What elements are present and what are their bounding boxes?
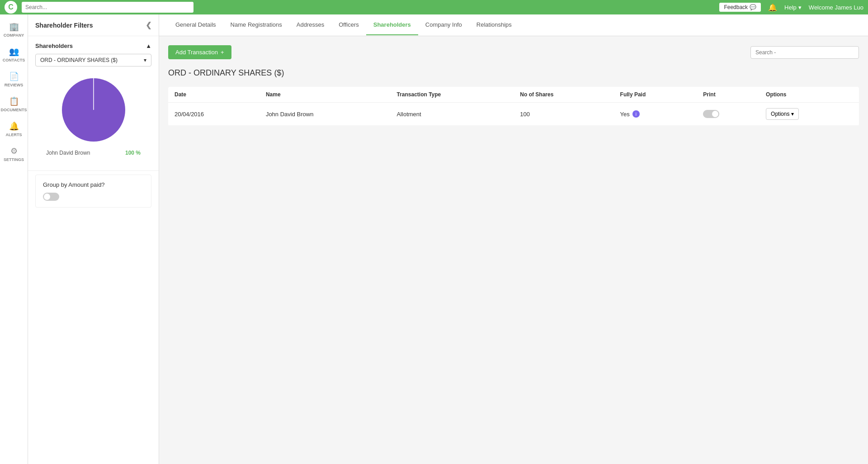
cell-no-of-shares: 100	[514, 103, 613, 126]
alerts-icon: 🔔	[9, 121, 19, 131]
filter-panel-header: Shareholder Filters ❮	[28, 14, 159, 36]
welcome-text: Welcome James Luo	[809, 4, 863, 11]
fully-paid-cell: Yes i	[620, 110, 691, 118]
main-layout: 🏢 COMPANY 👥 CONTACTS 📄 REVIEWS 📋 DOCUMEN…	[0, 14, 868, 464]
col-header-fully-paid: Fully Paid	[614, 87, 697, 103]
shareholders-search-input[interactable]	[750, 46, 859, 59]
contacts-icon: 👥	[9, 47, 19, 57]
sidebar-label-documents: DOCUMENTS	[1, 108, 27, 112]
shareholders-filter-header: Shareholders ▲	[35, 43, 151, 49]
col-header-no-of-shares: No of Shares	[514, 87, 613, 103]
fully-paid-info-icon[interactable]: i	[632, 110, 640, 118]
options-chevron-icon: ▾	[791, 111, 794, 117]
sidebar: 🏢 COMPANY 👥 CONTACTS 📄 REVIEWS 📋 DOCUMEN…	[0, 14, 28, 464]
sidebar-item-documents[interactable]: 📋 DOCUMENTS	[0, 93, 28, 116]
feedback-chat-icon: 💬	[750, 4, 756, 10]
pie-legend-name: John David Brown	[46, 150, 90, 156]
content-area: General Details Name Registrations Addre…	[159, 14, 868, 464]
topbar-right: Feedback 💬 🔔 Help ▾ Welcome James Luo	[719, 3, 863, 12]
table-row: 20/04/2016 John David Brown Allotment 10…	[168, 103, 859, 126]
pie-legend: John David Brown 100 %	[42, 150, 144, 156]
pie-chart-container: John David Brown 100 %	[35, 66, 151, 163]
shareholders-table: Date Name Transaction Type No of Shares …	[168, 87, 859, 126]
group-by-section: Group by Amount paid?	[35, 175, 151, 208]
tab-relationships[interactable]: Relationships	[469, 15, 519, 35]
share-class-dropdown[interactable]: ORD - ORDINARY SHARES ($) ▾	[35, 54, 151, 66]
cell-fully-paid: Yes i	[614, 103, 697, 126]
tab-name-registrations[interactable]: Name Registrations	[223, 15, 289, 35]
company-icon: 🏢	[9, 22, 19, 32]
action-bar: Add Transaction +	[168, 45, 859, 59]
notifications-bell-icon[interactable]: 🔔	[768, 3, 777, 12]
tab-general-details[interactable]: General Details	[168, 15, 223, 35]
group-by-toggle[interactable]	[43, 193, 59, 201]
fully-paid-value: Yes	[620, 111, 630, 118]
options-button-label: Options	[771, 111, 789, 117]
tabs-bar: General Details Name Registrations Addre…	[159, 14, 868, 36]
pie-chart	[57, 74, 130, 146]
content-body: Add Transaction + ORD - ORDINARY SHARES …	[159, 36, 868, 464]
cell-name: John David Brown	[259, 103, 391, 126]
settings-icon: ⚙	[10, 146, 18, 156]
filter-panel: Shareholder Filters ❮ Shareholders ▲ ORD…	[28, 14, 159, 464]
help-chevron-icon: ▾	[798, 4, 802, 11]
global-search-input[interactable]	[22, 2, 193, 13]
cell-print	[697, 103, 760, 126]
sidebar-item-alerts[interactable]: 🔔 ALERTS	[0, 118, 28, 141]
tab-officers[interactable]: Officers	[331, 15, 366, 35]
share-class-dropdown-value: ORD - ORDINARY SHARES ($)	[40, 57, 118, 63]
shareholders-filter-label: Shareholders	[35, 43, 73, 49]
col-header-options: Options	[760, 87, 859, 103]
pie-legend-percent: 100 %	[125, 150, 141, 156]
tab-company-info[interactable]: Company Info	[418, 15, 469, 35]
sidebar-label-settings: SETTINGS	[4, 157, 24, 162]
group-by-label: Group by Amount paid?	[43, 181, 144, 188]
cell-transaction-type: Allotment	[390, 103, 514, 126]
sidebar-item-reviews[interactable]: 📄 REVIEWS	[0, 68, 28, 91]
sidebar-item-company[interactable]: 🏢 COMPANY	[0, 18, 28, 41]
add-transaction-plus-icon: +	[221, 49, 224, 56]
cell-options: Options ▾	[760, 103, 859, 126]
add-transaction-button[interactable]: Add Transaction +	[168, 45, 231, 59]
cell-date: 20/04/2016	[168, 103, 259, 126]
share-class-title: ORD - ORDINARY SHARES ($)	[168, 68, 859, 78]
shareholders-filter-section: Shareholders ▲ ORD - ORDINARY SHARES ($)…	[28, 36, 159, 170]
filter-panel-collapse-icon[interactable]: ❮	[146, 21, 151, 29]
sidebar-item-contacts[interactable]: 👥 CONTACTS	[0, 43, 28, 66]
col-header-name: Name	[259, 87, 391, 103]
tab-shareholders[interactable]: Shareholders	[366, 15, 418, 35]
table-header: Date Name Transaction Type No of Shares …	[168, 87, 859, 103]
logo-icon: C	[5, 1, 17, 14]
help-menu[interactable]: Help ▾	[784, 4, 802, 11]
add-transaction-label: Add Transaction	[175, 49, 218, 56]
documents-icon: 📋	[9, 96, 19, 106]
feedback-label: Feedback	[724, 4, 748, 10]
sidebar-label-reviews: REVIEWS	[5, 83, 24, 87]
shareholders-filter-collapse-icon[interactable]: ▲	[146, 43, 151, 49]
sidebar-label-contacts: CONTACTS	[3, 58, 25, 62]
col-header-date: Date	[168, 87, 259, 103]
filter-panel-title: Shareholder Filters	[35, 22, 93, 29]
share-class-dropdown-arrow-icon: ▾	[144, 57, 146, 63]
options-button[interactable]: Options ▾	[766, 108, 799, 120]
feedback-button[interactable]: Feedback 💬	[719, 3, 761, 12]
reviews-icon: 📄	[9, 71, 19, 81]
sidebar-label-company: COMPANY	[4, 33, 24, 38]
table-body: 20/04/2016 John David Brown Allotment 10…	[168, 103, 859, 126]
help-label: Help	[784, 4, 797, 11]
col-header-print: Print	[697, 87, 760, 103]
tab-addresses[interactable]: Addresses	[289, 15, 331, 35]
sidebar-label-alerts: ALERTS	[6, 133, 22, 137]
topbar: C Feedback 💬 🔔 Help ▾ Welcome James Luo	[0, 0, 868, 14]
print-toggle[interactable]	[703, 110, 719, 118]
sidebar-item-settings[interactable]: ⚙ SETTINGS	[0, 142, 28, 166]
col-header-transaction-type: Transaction Type	[390, 87, 514, 103]
